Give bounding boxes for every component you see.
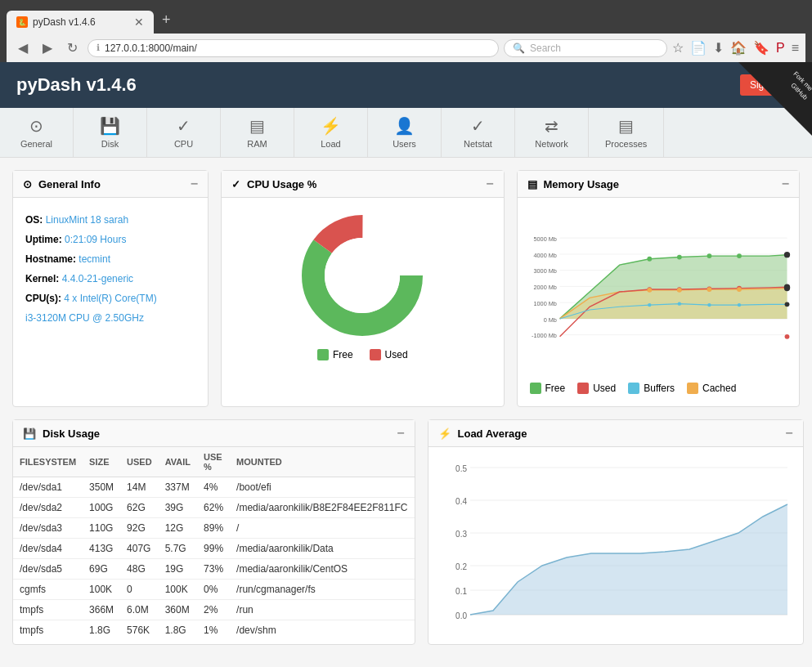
disk-minimize[interactable]: − xyxy=(397,427,404,440)
memory-cached-label: Cached xyxy=(702,383,736,394)
table-cell: /run xyxy=(230,600,414,620)
svg-text:0.5: 0.5 xyxy=(455,464,467,473)
svg-point-27 xyxy=(737,253,742,258)
nav-item-general[interactable]: ⊙ General xyxy=(0,108,74,157)
memory-header: ▤ Memory Usage − xyxy=(518,171,800,198)
table-cell: 360M xyxy=(159,600,197,620)
table-cell: 4% xyxy=(197,477,230,498)
network-icon: ⇄ xyxy=(545,116,559,136)
tab-close-button[interactable]: ✕ xyxy=(134,16,144,29)
bookmark-icon[interactable]: ☆ xyxy=(672,40,684,56)
nav-item-processes[interactable]: ▤ Processes xyxy=(589,108,664,157)
memory-legend: Free Used Buffers Cached xyxy=(530,383,787,394)
address-bar[interactable]: ℹ 127.0.0.1:8000/main/ xyxy=(87,39,499,57)
disk-col-mounted: MOUNTED xyxy=(230,447,414,477)
nav-item-disk[interactable]: 💾 Disk xyxy=(74,108,147,157)
table-row: /dev/sda2100G62G39G62%/media/aaronkilik/… xyxy=(13,498,415,518)
disk-table-body: /dev/sda1350M14M337M4%/boot/efi/dev/sda2… xyxy=(13,477,415,641)
nav-item-netstat[interactable]: ✓ Netstat xyxy=(442,108,515,157)
general-info-icon: ⊙ xyxy=(23,178,32,190)
table-cell: 62% xyxy=(197,498,230,518)
memory-used-label: Used xyxy=(593,383,616,394)
table-cell: 100K xyxy=(159,580,197,600)
load-chart-container: 0.5 0.4 0.3 0.2 0.1 0.0 xyxy=(428,447,803,638)
pocket-icon[interactable]: 🔖 xyxy=(753,40,769,56)
disk-icon: 💾 xyxy=(100,116,120,136)
disk-table: FILESYSTEM SIZE USED AVAIL USE % MOUNTED… xyxy=(13,447,415,640)
menu-icon[interactable]: ≡ xyxy=(792,41,799,56)
memory-chart: 5000 Mb 4000 Mb 3000 Mb 2000 Mb 1000 Mb … xyxy=(530,210,787,374)
processes-icon: ▤ xyxy=(618,116,634,136)
tab-title: pyDash v1.4.6 xyxy=(33,16,96,28)
svg-text:0.3: 0.3 xyxy=(455,530,467,539)
pinterest-icon[interactable]: P xyxy=(776,41,785,56)
browser-tab-active[interactable]: 🐍 pyDash v1.4.6 ✕ xyxy=(7,11,154,34)
cpu-donut-chart xyxy=(297,210,428,341)
nav-label-general: General xyxy=(20,139,52,149)
cpu-free-label: Free xyxy=(333,349,353,360)
table-cell: 1.8G xyxy=(83,620,120,641)
disk-col-use-pct: USE % xyxy=(197,447,230,477)
nav-label-network: Network xyxy=(535,139,568,149)
table-cell: 350M xyxy=(83,477,120,498)
reload-button[interactable]: ↻ xyxy=(62,38,83,57)
table-cell: cgmfs xyxy=(13,580,83,600)
browser-toolbar-icons: ☆ 📄 ⬇ 🏠 🔖 P ≡ xyxy=(672,40,799,56)
disk-col-avail: AVAIL xyxy=(159,447,197,477)
load-minimize[interactable]: − xyxy=(785,427,792,440)
nav-item-network[interactable]: ⇄ Network xyxy=(515,108,589,157)
home-icon[interactable]: 🏠 xyxy=(730,40,747,56)
load-area xyxy=(470,504,787,615)
load-header-icon: ⚡ xyxy=(438,428,451,440)
table-cell: /run/cgmanager/fs xyxy=(230,580,414,600)
nav-item-users[interactable]: 👤 Users xyxy=(368,108,442,157)
nav-label-ram: RAM xyxy=(247,139,267,149)
info-kernel: Kernel: 4.4.0-21-generic xyxy=(25,269,195,289)
disk-table-header-row: FILESYSTEM SIZE USED AVAIL USE % MOUNTED xyxy=(13,447,415,477)
table-row: /dev/sda569G48G19G73%/media/aaronkilik/C… xyxy=(13,559,415,580)
browser-search-box[interactable]: 🔍 Search xyxy=(504,39,667,57)
table-cell: 2% xyxy=(197,600,230,620)
table-cell: 407G xyxy=(120,539,159,559)
forward-button[interactable]: ▶ xyxy=(38,38,57,57)
svg-point-21 xyxy=(707,303,711,307)
svg-point-26 xyxy=(707,253,711,258)
cpu-minimize[interactable]: − xyxy=(486,177,493,190)
svg-point-33 xyxy=(783,285,789,291)
svg-point-20 xyxy=(677,302,680,305)
svg-point-25 xyxy=(676,255,681,260)
table-row: /dev/sda4413G407G5.7G99%/media/aaronkili… xyxy=(13,539,415,559)
memory-header-left: ▤ Memory Usage xyxy=(527,178,619,190)
general-icon: ⊙ xyxy=(29,116,43,136)
svg-point-23 xyxy=(784,302,789,307)
memory-usage-card: ▤ Memory Usage − 5000 Mb 4000 Mb 3000 Mb… xyxy=(517,170,801,407)
cpu-icon: ✓ xyxy=(177,116,191,136)
download-icon[interactable]: ⬇ xyxy=(713,40,724,56)
nav-item-ram[interactable]: ▤ RAM xyxy=(221,108,294,157)
new-tab-button[interactable]: + xyxy=(154,7,179,34)
general-info-minimize[interactable]: − xyxy=(191,177,198,190)
disk-col-size: SIZE xyxy=(83,447,120,477)
load-icon: ⚡ xyxy=(321,116,341,136)
memory-legend-buffers: Buffers xyxy=(628,383,675,394)
svg-text:0.0: 0.0 xyxy=(455,611,467,620)
memory-legend-used: Used xyxy=(577,383,616,394)
disk-header-icon: 💾 xyxy=(23,428,36,440)
nav-item-cpu[interactable]: ✓ CPU xyxy=(147,108,221,157)
reader-icon[interactable]: 📄 xyxy=(690,40,707,56)
memory-minimize[interactable]: − xyxy=(782,177,789,190)
table-cell: 0 xyxy=(120,580,159,600)
table-cell: tmpfs xyxy=(13,600,83,620)
disk-col-used: USED xyxy=(120,447,159,477)
table-cell: 100G xyxy=(83,498,120,518)
nav-item-load[interactable]: ⚡ Load xyxy=(294,108,368,157)
svg-text:2000 Mb: 2000 Mb xyxy=(533,284,556,291)
svg-text:5000 Mb: 5000 Mb xyxy=(533,235,556,243)
info-os: OS: LinuxMint 18 sarah xyxy=(25,210,195,230)
table-cell: 576K xyxy=(120,620,159,641)
table-cell: 337M xyxy=(159,477,197,498)
table-cell: tmpfs xyxy=(13,620,83,641)
back-button[interactable]: ◀ xyxy=(13,38,33,57)
memory-header-title: Memory Usage xyxy=(544,178,619,190)
table-cell: 5.7G xyxy=(159,539,197,559)
